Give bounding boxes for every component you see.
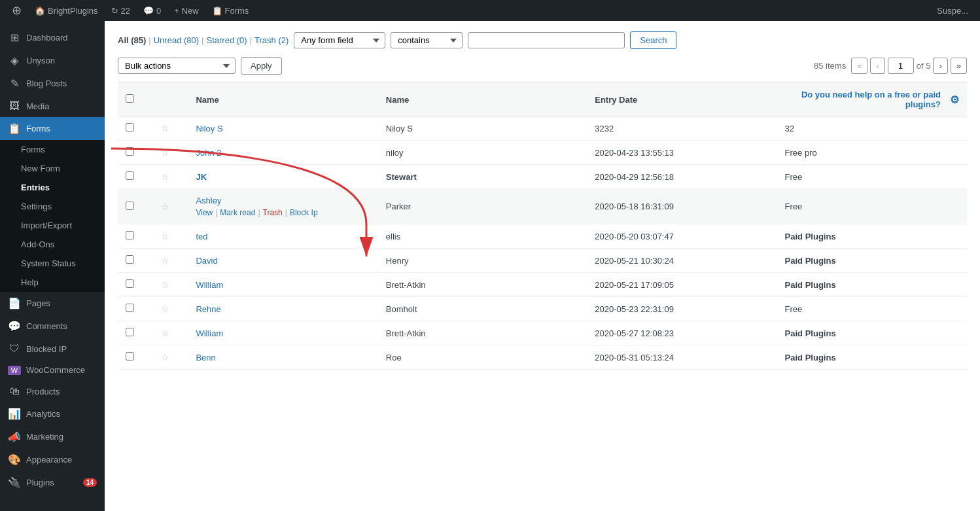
row-first-name-cell: ted: [188, 224, 377, 249]
sidebar-item-plugins[interactable]: 🔌 Plugins 14: [0, 471, 105, 494]
star-icon[interactable]: ☆: [161, 255, 169, 266]
header-col-name2[interactable]: Name: [378, 83, 587, 116]
submenu-system-status-label: System Status: [21, 258, 76, 268]
row-checkbox[interactable]: [126, 328, 134, 336]
field-select[interactable]: Any form field Name Email Message: [294, 32, 385, 48]
row-checkbox[interactable]: [126, 147, 134, 156]
apply-button[interactable]: Apply: [241, 57, 282, 75]
row-date-cell: 2020-04-23 13:55:13: [587, 141, 777, 165]
row-date: 2020-05-20 03:07:47: [595, 232, 674, 241]
analytics-icon: 📊: [8, 408, 21, 420]
star-icon[interactable]: ☆: [161, 202, 169, 212]
pagination-current-page[interactable]: [888, 58, 914, 74]
comments-button[interactable]: 💬 0: [137, 0, 167, 21]
updates-button[interactable]: ↻ 22: [105, 0, 137, 21]
entry-name-link[interactable]: Rehne: [196, 304, 220, 314]
sidebar-label-forms: Forms: [26, 124, 50, 133]
sidebar-item-unyson[interactable]: ◈ Unyson: [0, 49, 105, 72]
star-icon[interactable]: ☆: [161, 231, 169, 241]
submenu-item-entries[interactable]: Entries: [0, 178, 105, 197]
entry-name-link[interactable]: JK: [196, 172, 207, 182]
woo-icon: W: [8, 366, 21, 375]
header-col-name1[interactable]: Name: [188, 83, 377, 116]
star-icon[interactable]: ☆: [161, 304, 169, 314]
sidebar-item-dashboard[interactable]: ⊞ Dashboard: [0, 26, 105, 49]
entry-name-link[interactable]: David: [196, 256, 217, 266]
bulk-actions-select[interactable]: Bulk actions Delete Mark as read: [118, 58, 236, 74]
submenu-item-new-form[interactable]: New Form: [0, 159, 105, 178]
tab-all[interactable]: All (85): [118, 35, 146, 45]
entry-name-link[interactable]: Niloy S: [196, 124, 222, 133]
row-last-name-cell: Parker: [378, 189, 587, 224]
sidebar-item-appearance[interactable]: 🎨 Appearance: [0, 448, 105, 471]
row-checkbox[interactable]: [126, 352, 134, 361]
star-icon[interactable]: ☆: [161, 279, 169, 290]
site-name-button[interactable]: 🏠 BrightPlugins: [28, 0, 105, 21]
star-icon[interactable]: ☆: [161, 328, 169, 338]
pagination-first[interactable]: «: [851, 58, 867, 74]
condition-select[interactable]: contains equals starts with ends with: [391, 32, 463, 48]
row-checkbox[interactable]: [126, 231, 134, 239]
entry-name-link[interactable]: Ashley: [196, 196, 221, 205]
row-last-name-cell: Brett-Atkin: [378, 321, 587, 345]
submenu-item-settings[interactable]: Settings: [0, 197, 105, 216]
submenu-item-import-export[interactable]: Import/Export: [0, 216, 105, 235]
pagination-last[interactable]: »: [951, 58, 967, 74]
sidebar-item-forms[interactable]: 📋 Forms: [0, 117, 105, 140]
entry-name-link[interactable]: John 2: [196, 148, 221, 158]
settings-icon[interactable]: ⚙: [950, 94, 959, 106]
admin-bar-right: Suspe...: [930, 6, 975, 16]
submenu-settings-label: Settings: [21, 202, 52, 211]
row-checkbox[interactable]: [126, 202, 134, 210]
site-name-label: BrightPlugins: [48, 6, 98, 16]
sidebar-item-woocommerce[interactable]: W WooCommerce: [0, 360, 105, 380]
row-checkbox[interactable]: [126, 123, 134, 132]
wp-icon: ⊕: [12, 3, 22, 18]
row-checkbox[interactable]: [126, 171, 134, 180]
sidebar-item-blog-posts[interactable]: ✎ Blog Posts: [0, 72, 105, 95]
row-checkbox[interactable]: [126, 279, 134, 288]
forms-button[interactable]: 📋 Forms: [205, 0, 256, 21]
sidebar-item-blocked-ip[interactable]: 🛡 Blocked IP: [0, 338, 105, 360]
new-button[interactable]: + New: [167, 0, 205, 21]
star-icon[interactable]: ☆: [161, 123, 169, 133]
pagination-next[interactable]: ›: [933, 58, 947, 74]
entry-name-link[interactable]: Benn: [196, 353, 215, 362]
search-button[interactable]: Search: [630, 31, 676, 49]
table-body: ☆ Niloy S Niloy S 3232 32 ☆ John 2 niloy: [118, 116, 967, 370]
header-col-date[interactable]: Entry Date: [587, 83, 777, 116]
sidebar-item-products[interactable]: 🛍 Products: [0, 380, 105, 402]
entry-name-link[interactable]: William: [196, 280, 223, 290]
sidebar-item-media[interactable]: 🖼 Media: [0, 95, 105, 117]
sidebar-item-analytics[interactable]: 📊 Analytics: [0, 402, 105, 425]
row-checkbox-cell: [118, 165, 153, 189]
star-icon[interactable]: ☆: [161, 171, 169, 182]
select-all-checkbox[interactable]: [126, 94, 134, 103]
row-first-name-cell: David: [188, 249, 377, 273]
tab-unread[interactable]: Unread (80): [154, 35, 199, 45]
tab-trash[interactable]: Trash (2): [254, 35, 289, 45]
trash-action[interactable]: Trash: [263, 208, 283, 217]
submenu-item-help[interactable]: Help: [0, 273, 105, 292]
tab-starred[interactable]: Starred (0): [207, 35, 247, 45]
wp-logo-button[interactable]: ⊕: [5, 0, 28, 21]
mark-read-action[interactable]: Mark read: [220, 208, 255, 217]
star-icon[interactable]: ☆: [161, 352, 169, 362]
entry-name-link[interactable]: ted: [196, 232, 207, 241]
help-link[interactable]: Do you need help on a free or paid plugi…: [785, 90, 941, 109]
row-checkbox[interactable]: [126, 304, 134, 312]
sidebar-item-marketing[interactable]: 📣 Marketing: [0, 425, 105, 448]
view-action[interactable]: View: [196, 208, 213, 217]
entry-name-link[interactable]: William: [196, 328, 223, 338]
star-icon[interactable]: ☆: [161, 147, 169, 158]
pagination-prev[interactable]: ‹: [870, 58, 884, 74]
row-checkbox-cell: [118, 273, 153, 297]
submenu-item-forms[interactable]: Forms: [0, 140, 105, 159]
submenu-item-system-status[interactable]: System Status: [0, 254, 105, 273]
sidebar-item-pages[interactable]: 📄 Pages: [0, 292, 105, 315]
search-input[interactable]: [468, 32, 625, 48]
submenu-item-add-ons[interactable]: Add-Ons: [0, 235, 105, 254]
row-checkbox[interactable]: [126, 255, 134, 264]
sidebar-item-comments[interactable]: 💬 Comments: [0, 315, 105, 338]
block-ip-action[interactable]: Block Ip: [290, 208, 318, 217]
